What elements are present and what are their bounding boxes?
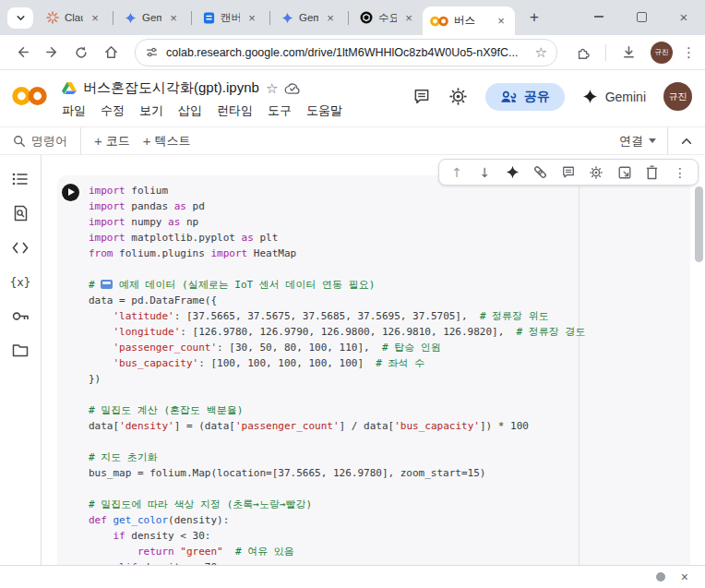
star-notebook-icon[interactable]: ☆ xyxy=(266,80,278,97)
tab-close-button[interactable]: × xyxy=(89,12,102,24)
code-line[interactable] xyxy=(89,434,687,450)
menu-bar: 파일 수정 보기 삽입 런타임 도구 도움말 xyxy=(62,102,342,119)
add-code-button[interactable]: + 코드 xyxy=(94,133,130,150)
tab-search-button[interactable] xyxy=(7,7,33,29)
delete-cell-button[interactable] xyxy=(644,164,661,181)
code-line[interactable]: # 밀집도 계산 (혼잡도 백분율) xyxy=(89,402,687,418)
site-info-icon[interactable] xyxy=(145,45,159,59)
tab-title: Gem xyxy=(299,12,318,23)
menu-tools[interactable]: 도구 xyxy=(268,102,292,119)
command-palette-button[interactable]: 명령어 xyxy=(0,133,80,150)
tab-close-button[interactable]: × xyxy=(167,12,180,24)
tab-close-button[interactable]: × xyxy=(402,12,415,24)
tab-chatgpt[interactable]: 수요 × xyxy=(352,2,423,33)
home-button[interactable] xyxy=(98,40,124,66)
tab-canvas-doc[interactable]: 캔버 × xyxy=(196,2,266,33)
browser-profile-avatar[interactable]: 규진 xyxy=(651,42,673,64)
bottom-bar-close-button[interactable]: × xyxy=(681,570,688,584)
gemini-button[interactable]: Gemini xyxy=(582,89,646,104)
back-icon xyxy=(15,44,30,60)
plus-icon: + xyxy=(94,133,102,149)
code-line[interactable]: # 밀집도에 따라 색상 지정 (초록→노랑→빨강) xyxy=(89,497,687,512)
omnibox[interactable]: colab.research.google.com/drive/1ltM6WHH… xyxy=(135,39,557,66)
bookmark-star-icon[interactable]: ☆ xyxy=(535,44,547,61)
code-line[interactable] xyxy=(89,261,687,277)
code-line[interactable] xyxy=(89,481,687,497)
copy-link-button[interactable] xyxy=(532,164,549,181)
minimize-button[interactable] xyxy=(578,0,620,33)
code-line[interactable]: data = pd.DataFrame({ xyxy=(89,293,687,308)
new-tab-button[interactable]: + xyxy=(522,6,546,30)
colab-profile-avatar[interactable]: 규진 xyxy=(663,82,692,111)
code-line[interactable]: 'bus_capacity': [100, 100, 100, 100, 100… xyxy=(89,355,687,371)
secrets-button[interactable] xyxy=(7,305,33,327)
code-line[interactable]: # 지도 초기화 xyxy=(89,450,687,465)
code-line[interactable]: import matplotlib.pyplot as plt xyxy=(89,230,687,246)
vertical-scrollbar[interactable] xyxy=(695,186,703,262)
files-button[interactable] xyxy=(7,339,33,361)
code-line[interactable]: 'passenger_count': [30, 50, 80, 100, 110… xyxy=(89,340,687,355)
tab-close-button[interactable]: × xyxy=(495,15,508,27)
run-cell-button[interactable] xyxy=(62,184,79,201)
tab-title: Clau xyxy=(65,12,83,23)
code-line[interactable]: bus_map = folium.Map(location=[37.5665, … xyxy=(89,465,687,481)
code-cell[interactable]: import foliumimport pandas as pdimport n… xyxy=(57,175,690,565)
menu-file[interactable]: 파일 xyxy=(62,102,86,119)
cell-settings-button[interactable] xyxy=(588,164,604,181)
tab-gemini-1[interactable]: Gem × xyxy=(117,2,187,33)
code-line[interactable]: }) xyxy=(89,371,687,387)
variables-button[interactable]: {x} xyxy=(7,270,33,293)
collapse-header-button[interactable] xyxy=(667,127,705,154)
tab-claude[interactable]: Clau × xyxy=(39,2,109,33)
drive-icon xyxy=(62,81,77,95)
code-line[interactable]: import pandas as pd xyxy=(89,198,687,214)
maximize-button[interactable] xyxy=(620,0,663,33)
add-text-button[interactable]: + 텍스트 xyxy=(143,133,191,150)
downloads-button[interactable] xyxy=(615,40,641,66)
add-comment-button[interactable] xyxy=(560,164,577,181)
menu-insert[interactable]: 삽입 xyxy=(178,102,202,119)
menu-runtime[interactable]: 런타임 xyxy=(217,102,253,119)
colab-header: 버스혼잡도시각화(gpt).ipynb ☆ 파일 수정 보기 삽입 런타임 xyxy=(0,70,705,127)
notebook-title[interactable]: 버스혼잡도시각화(gpt).ipynb xyxy=(83,79,259,97)
code-line[interactable]: import numpy as np xyxy=(89,214,687,230)
tab-gemini-2[interactable]: Gem × xyxy=(274,2,344,33)
code-line[interactable]: if density < 30: xyxy=(89,528,687,544)
code-line[interactable]: return "green" # 여유 있음 xyxy=(89,544,687,559)
reload-button[interactable] xyxy=(68,40,94,66)
menu-edit[interactable]: 수정 xyxy=(101,102,125,119)
move-cell-down-button[interactable]: ↓ xyxy=(476,164,493,181)
back-button[interactable] xyxy=(9,40,35,66)
close-button[interactable]: × xyxy=(663,0,705,33)
settings-button[interactable] xyxy=(448,87,468,106)
browser-menu-button[interactable]: ⋮ xyxy=(682,44,696,61)
code-editor[interactable]: import foliumimport pandas as pdimport n… xyxy=(89,183,687,565)
code-line[interactable]: 'latitude': [37.5665, 37.5675, 37.5685, … xyxy=(89,308,687,324)
code-line[interactable]: 'longitude': [126.9780, 126.9790, 126.98… xyxy=(89,324,687,340)
move-cell-up-button[interactable]: ↑ xyxy=(448,164,465,181)
code-line[interactable]: from folium.plugins import HeatMap xyxy=(89,246,687,261)
code-line[interactable]: # 예제 데이터 (실제로는 IoT 센서 데이터 연동 필요) xyxy=(89,277,687,293)
tab-close-button[interactable]: × xyxy=(324,12,337,24)
gear-icon xyxy=(448,87,468,106)
url-text[interactable]: colab.research.google.com/drive/1ltM6WHH… xyxy=(166,46,528,59)
code-line[interactable]: data['density'] = (data['passenger_count… xyxy=(89,418,687,434)
code-snippets-button[interactable] xyxy=(7,236,33,258)
extensions-button[interactable] xyxy=(570,40,596,66)
menu-view[interactable]: 보기 xyxy=(139,102,163,119)
menu-help[interactable]: 도움말 xyxy=(306,102,342,119)
code-icon xyxy=(12,241,29,255)
cell-more-options-button[interactable]: ⋮ xyxy=(672,164,688,181)
table-of-contents-button[interactable] xyxy=(7,168,33,190)
forward-button[interactable] xyxy=(39,40,65,66)
tab-close-button[interactable]: × xyxy=(245,12,258,24)
find-replace-button[interactable] xyxy=(7,202,33,224)
gemini-cell-button[interactable] xyxy=(505,164,521,181)
share-button[interactable]: 공유 xyxy=(485,83,565,111)
code-line[interactable]: def get_color(density): xyxy=(89,512,687,528)
mirror-cell-button[interactable] xyxy=(616,164,633,181)
tab-colab-active[interactable]: 버스 × xyxy=(423,6,515,35)
connect-button[interactable]: 연결 xyxy=(608,133,667,150)
code-line[interactable] xyxy=(89,387,687,402)
comments-button[interactable] xyxy=(412,88,431,105)
